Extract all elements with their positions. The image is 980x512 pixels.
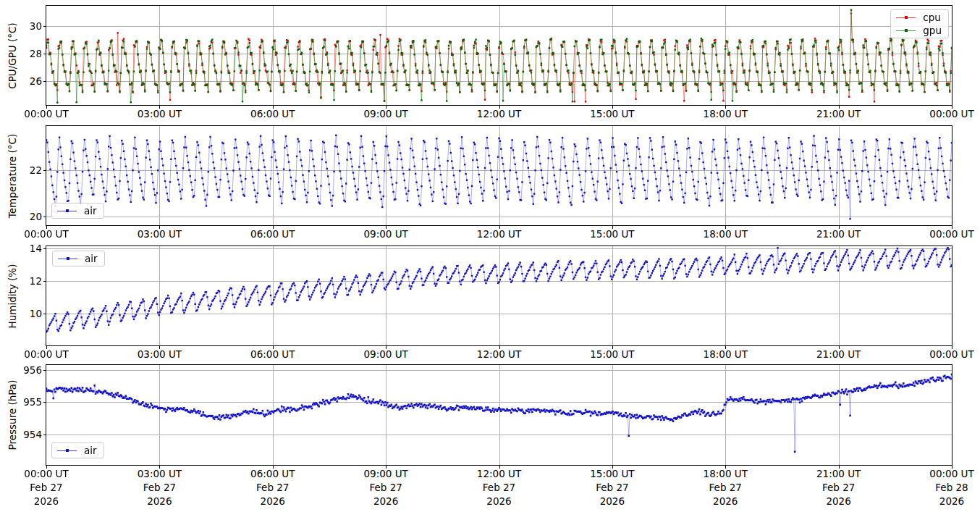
- pressure-xtick-label-r1-2: Feb 27: [226, 482, 320, 493]
- humidity-ytick-mark-0: [43, 314, 46, 314]
- cpu-gpu-ytick-label-2: 30: [0, 20, 42, 32]
- legend-marker-swatch: [905, 29, 908, 32]
- temperature-xtick-label-2: 06:00 UT: [226, 228, 320, 240]
- legend-line-marker-icon: [896, 28, 916, 34]
- cpu-gpu-ytick-label-1: 28: [0, 48, 42, 59]
- pressure-xtick-label-r1-8: Feb 28: [905, 482, 980, 493]
- pressure-xtick-label-r2-1: 2026: [112, 495, 206, 507]
- humidity-xtick-label-5: 15:00 UT: [565, 348, 659, 360]
- pressure-xtick-label-r0-3: 09:00 UT: [339, 468, 433, 479]
- temperature-xtick-label-3: 09:00 UT: [339, 228, 433, 240]
- temperature-xtick-label-5: 15:00 UT: [565, 228, 659, 240]
- pressure-xtick-label-r0-7: 21:00 UT: [792, 468, 886, 479]
- legend-marker-swatch: [66, 449, 69, 452]
- temperature-xtick-label-0: 00:00 UT: [0, 228, 93, 240]
- pressure-xtick-label-r2-4: 2026: [452, 495, 546, 507]
- cpu-gpu-xtick-label-2: 06:00 UT: [226, 108, 320, 119]
- legend-marker-swatch: [66, 209, 69, 212]
- humidity-legend: air: [52, 251, 105, 267]
- pressure-ytick-label-0: 954: [0, 429, 42, 440]
- temperature-xtick-label-8: 00:00 UT: [905, 228, 980, 240]
- legend-label: air: [85, 253, 98, 264]
- pressure-plot-canvas: [46, 365, 952, 465]
- cpu-gpu-xtick-label-4: 12:00 UT: [452, 108, 546, 119]
- humidity-xtick-label-2: 06:00 UT: [226, 348, 320, 360]
- pressure-xtick-label-r2-6: 2026: [678, 495, 772, 507]
- cpu-gpu-xtick-label-5: 15:00 UT: [565, 108, 659, 119]
- pressure-xtick-label-r1-3: Feb 27: [339, 482, 433, 493]
- cpu-gpu-legend-entry-gpu: gpu: [896, 25, 942, 35]
- pressure-xtick-label-r0-2: 06:00 UT: [226, 468, 320, 479]
- pressure-xtick-label-r0-4: 12:00 UT: [452, 468, 546, 479]
- humidity-xtick-label-4: 12:00 UT: [452, 348, 546, 360]
- pressure-ytick-mark-0: [43, 435, 46, 435]
- pressure-xtick-label-r2-7: 2026: [792, 495, 886, 507]
- humidity-ytick-mark-2: [43, 248, 46, 249]
- pressure-xtick-label-r0-8: 00:00 UT: [905, 468, 980, 479]
- humidity-ytick-mark-1: [43, 281, 46, 282]
- pressure-xtick-label-r1-7: Feb 27: [792, 482, 886, 493]
- panel-pressure: air: [46, 365, 952, 465]
- humidity-xtick-label-8: 00:00 UT: [905, 348, 980, 360]
- humidity-xtick-label-1: 03:00 UT: [112, 348, 206, 360]
- cpu-gpu-ytick-mark-2: [43, 26, 46, 27]
- cpu-gpu-xtick-label-6: 18:00 UT: [678, 108, 772, 119]
- temperature-legend-entry-air: air: [57, 206, 97, 216]
- pressure-xtick-label-r2-8: 2026: [905, 495, 980, 507]
- temperature-ytick-label-1: 22: [0, 164, 42, 176]
- pressure-ytick-mark-2: [43, 370, 46, 371]
- legend-line-marker-icon: [57, 208, 77, 214]
- pressure-xtick-label-r2-2: 2026: [226, 495, 320, 507]
- cpu-gpu-ytick-mark-1: [43, 54, 46, 54]
- pressure-legend: air: [51, 442, 104, 458]
- cpu-gpu-plot-canvas: [46, 6, 952, 105]
- figure-timeseries: cpugpuCPU/GPU (°C)26283000:00 UT03:00 UT…: [0, 0, 980, 512]
- cpu-gpu-legend-entry-cpu: cpu: [896, 12, 942, 22]
- humidity-ytick-label-2: 14: [0, 243, 42, 254]
- temperature-ytick-label-0: 20: [0, 211, 42, 222]
- cpu-gpu-xtick-label-0: 00:00 UT: [0, 108, 93, 119]
- cpu-gpu-xtick-label-1: 03:00 UT: [112, 108, 206, 119]
- panel-cpu-gpu: cpugpu: [46, 6, 952, 105]
- legend-marker-swatch: [67, 257, 69, 260]
- temperature-plot-canvas: [46, 126, 952, 225]
- legend-label: air: [84, 206, 97, 216]
- temperature-ytick-mark-0: [43, 217, 46, 217]
- temperature-legend: air: [51, 203, 104, 219]
- cpu-gpu-ytick-label-0: 26: [0, 75, 42, 87]
- humidity-legend-entry-air: air: [58, 253, 98, 264]
- pressure-xtick-label-r0-1: 03:00 UT: [112, 468, 206, 479]
- legend-line-marker-icon: [896, 14, 916, 21]
- cpu-gpu-ytick-mark-0: [43, 81, 46, 82]
- pressure-ytick-label-1: 955: [0, 396, 42, 408]
- legend-label: cpu: [923, 12, 941, 22]
- pressure-legend-entry-air: air: [57, 445, 97, 456]
- humidity-xtick-label-0: 00:00 UT: [0, 348, 93, 360]
- humidity-ytick-label-1: 12: [0, 275, 42, 287]
- pressure-xtick-label-r0-5: 15:00 UT: [565, 468, 659, 479]
- cpu-gpu-xtick-label-8: 00:00 UT: [905, 108, 980, 119]
- pressure-xtick-label-r1-5: Feb 27: [565, 482, 659, 493]
- pressure-xtick-label-r0-6: 18:00 UT: [678, 468, 772, 479]
- pressure-xtick-label-r0-0: 00:00 UT: [0, 468, 93, 479]
- humidity-xtick-label-3: 09:00 UT: [339, 348, 433, 360]
- pressure-xtick-label-r1-1: Feb 27: [112, 482, 206, 493]
- humidity-plot-canvas: [46, 246, 952, 345]
- pressure-xtick-label-r2-5: 2026: [565, 495, 659, 507]
- pressure-xtick-label-r1-0: Feb 27: [0, 482, 93, 493]
- cpu-gpu-legend: cpugpu: [890, 9, 949, 38]
- pressure-xtick-label-r1-4: Feb 27: [452, 482, 546, 493]
- pressure-xtick-label-r2-3: 2026: [339, 495, 433, 507]
- temperature-xtick-label-7: 21:00 UT: [792, 228, 886, 240]
- temperature-ytick-mark-1: [43, 170, 46, 171]
- pressure-ytick-label-2: 956: [0, 364, 42, 376]
- pressure-xtick-label-r1-6: Feb 27: [678, 482, 772, 493]
- pressure-ytick-mark-1: [43, 402, 46, 403]
- humidity-xtick-label-7: 21:00 UT: [792, 348, 886, 360]
- legend-label: gpu: [923, 25, 942, 35]
- legend-label: air: [84, 445, 97, 456]
- panel-humidity: air: [46, 246, 952, 345]
- temperature-xtick-label-1: 03:00 UT: [112, 228, 206, 240]
- pressure-xtick-label-r2-0: 2026: [0, 495, 93, 507]
- humidity-ytick-label-0: 10: [0, 308, 42, 319]
